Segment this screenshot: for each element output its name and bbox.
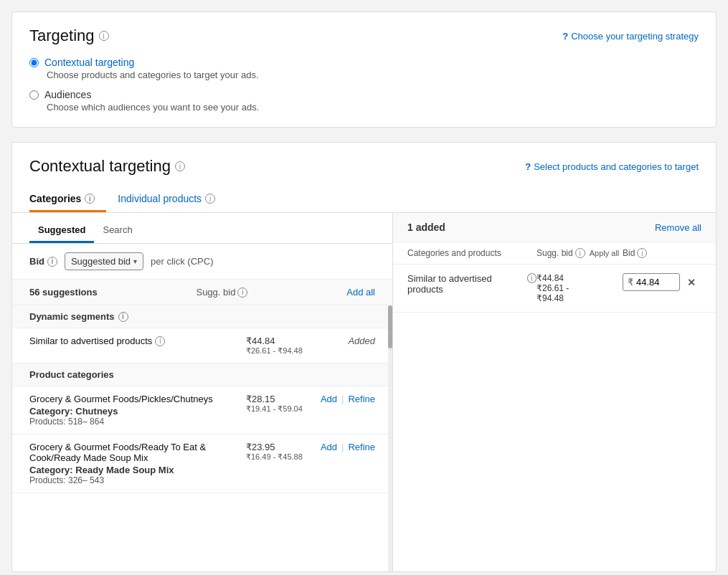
tab-individual-products[interactable]: Individual products i (118, 187, 227, 212)
right-item-name: Similar to advertised products i (407, 273, 536, 295)
bid-dropdown-label: Suggested bid (71, 256, 131, 267)
contextual-targeting-header: Contextual targeting i ? Select products… (12, 143, 716, 187)
suggestion-info-pickles: Grocery & Gourmet Foods/Pickles/Chutneys… (29, 394, 239, 427)
sub-tab-search-label: Search (103, 224, 132, 235)
sub-tab-suggested-label: Suggested (38, 224, 85, 235)
sugg-bid-col-text: Sugg. bid (536, 248, 573, 258)
sugg-bid-info-icon[interactable]: i (237, 288, 247, 298)
added-count-label: 1 added (407, 222, 445, 233)
audiences-radio[interactable] (29, 90, 39, 100)
remove-item-button[interactable]: ✕ (687, 277, 696, 288)
suggestion-similar-range-price: ₹26.61 - ₹94.48 (246, 346, 318, 356)
refine-soup-button[interactable]: Refine (348, 442, 375, 452)
bid-row: Bid i Suggested bid ▾ per click (CPC) (12, 244, 392, 280)
contextual-targeting-help-link[interactable]: ? Select products and categories to targ… (525, 161, 699, 172)
contextual-targeting-desc: Choose products and categories to target… (47, 70, 699, 80)
contextual-targeting-radio[interactable] (29, 58, 39, 67)
help-link-text: Choose your targeting strategy (571, 31, 699, 42)
audiences-label[interactable]: Audiences (29, 89, 699, 100)
suggestions-header: 56 suggestions Sugg. bid i Add all (12, 280, 392, 305)
right-item-sugg-range1: ₹26.61 - (536, 283, 623, 293)
add-all-button[interactable]: Add all (346, 287, 375, 298)
right-item-sugg-main: ₹44.84 (536, 273, 623, 283)
suggestion-pickles-main-price: ₹28.15 (246, 394, 318, 404)
targeting-help-link[interactable]: ? Choose your targeting strategy (562, 31, 699, 42)
suggestion-actions-pickles: Add | Refine (318, 394, 375, 404)
right-item-sugg-bid: ₹44.84 ₹26.61 - ₹94.48 (536, 273, 623, 303)
suggestion-name-similar: Similar to advertised products i (29, 336, 239, 346)
add-soup-button[interactable]: Add (321, 442, 337, 452)
suggestion-actions-similar: Added (318, 336, 375, 346)
col-bid-label: Bid i (623, 248, 701, 258)
suggestion-soup-range-price: ₹16.49 - ₹45.88 (246, 452, 318, 462)
targeting-title-info-icon[interactable]: i (99, 31, 109, 41)
targeting-radio-group: Contextual targeting Choose products and… (29, 57, 699, 113)
bid-info-icon[interactable]: i (47, 257, 57, 267)
suggestion-products-soup: Products: 326– 543 (29, 475, 239, 485)
tab-individual-products-info-icon[interactable]: i (205, 194, 215, 204)
right-panel-item: Similar to advertised products i ₹44.84 … (393, 265, 716, 313)
right-item-info-icon[interactable]: i (527, 273, 536, 283)
sugg-bid-col-info-icon[interactable]: i (575, 248, 585, 258)
scrollbar-thumb[interactable] (388, 305, 392, 348)
contextual-targeting-label[interactable]: Contextual targeting (29, 57, 699, 68)
product-categories-label: Product categories (29, 369, 114, 380)
refine-pickles-button[interactable]: Refine (348, 394, 375, 404)
add-pickles-button[interactable]: Add (321, 394, 337, 404)
bid-dropdown[interactable]: Suggested bid ▾ (65, 252, 143, 270)
audiences-radio-title: Audiences (44, 89, 91, 100)
contextual-targeting-option: Contextual targeting Choose products and… (29, 57, 699, 80)
suggestion-category-soup: Category: Ready Made Soup Mix (29, 465, 239, 475)
list-item: Similar to advertised products i ₹44.84 … (12, 328, 392, 363)
contextual-targeting-radio-title: Contextual targeting (44, 57, 134, 68)
right-panel-header: 1 added Remove all (393, 213, 716, 242)
contextual-targeting-title-text: Contextual targeting (29, 157, 171, 176)
bid-dropdown-chevron-icon: ▾ (133, 257, 137, 265)
suggestion-actions-soup: Add | Refine (318, 442, 375, 452)
list-item: Grocery & Gourmet Foods/Pickles/Chutneys… (12, 386, 392, 434)
added-badge: Added (348, 336, 375, 346)
bid-col-info-icon[interactable]: i (637, 248, 647, 258)
product-categories-header: Product categories (12, 363, 392, 386)
left-column: Suggested Search Bid i Suggested bid ▾ p… (12, 213, 393, 571)
bid-per-click-label: per click (CPC) (151, 256, 213, 267)
tab-categories-label: Categories (29, 193, 81, 204)
bid-label: Bid i (29, 256, 57, 267)
bid-label-text: Bid (29, 256, 44, 267)
right-item-name-text: Similar to advertised products (407, 273, 524, 295)
tab-categories-info-icon[interactable]: i (85, 194, 95, 204)
suggestion-name-pickles: Grocery & Gourmet Foods/Pickles/Chutneys (29, 394, 239, 404)
right-panel-table-header: Categories and products Sugg. bid i Appl… (393, 242, 716, 265)
sub-tab-suggested[interactable]: Suggested (29, 220, 94, 243)
suggestion-name-soup-text: Grocery & Gourmet Foods/Ready To Eat & C… (29, 442, 206, 463)
dynamic-segments-info-icon[interactable]: i (118, 312, 128, 322)
sugg-bid-label-text: Sugg. bid (196, 287, 235, 298)
targeting-title-text: Targeting (29, 27, 95, 45)
apply-all-label[interactable]: Apply all (590, 249, 620, 257)
scrollbar[interactable] (388, 305, 392, 571)
two-column-layout: Suggested Search Bid i Suggested bid ▾ p… (12, 213, 716, 571)
contextual-targeting-card: Contextual targeting i ? Select products… (11, 142, 717, 572)
suggestions-list: Dynamic segments i Similar to advertised… (12, 305, 392, 571)
contextual-targeting-title: Contextual targeting i (29, 157, 185, 176)
sub-tab-search[interactable]: Search (94, 220, 141, 243)
bid-currency-symbol: ₹ (628, 277, 633, 288)
dynamic-segments-header: Dynamic segments i (12, 305, 392, 328)
tab-categories[interactable]: Categories i (29, 187, 106, 212)
tab-individual-products-label: Individual products (118, 193, 202, 204)
contextual-targeting-info-icon[interactable]: i (175, 161, 185, 171)
bid-input-field[interactable] (636, 277, 668, 288)
suggestion-products-pickles: Products: 518– 864 (29, 417, 239, 427)
sugg-bid-column-label: Sugg. bid i (196, 287, 247, 298)
action-divider: | (341, 394, 344, 404)
contextual-help-question-icon: ? (525, 161, 531, 172)
list-item: Grocery & Gourmet Foods/Ready To Eat & C… (12, 434, 392, 493)
remove-all-button[interactable]: Remove all (655, 222, 701, 233)
suggestion-name-similar-text: Similar to advertised products (29, 336, 152, 346)
bid-input-wrap: ₹ (623, 273, 680, 291)
suggestion-similar-main-price: ₹44.84 (246, 336, 318, 346)
suggestion-soup-main-price: ₹23.95 (246, 442, 318, 452)
suggestion-name-pickles-text: Grocery & Gourmet Foods/Pickles/Chutneys (29, 394, 213, 404)
bid-col-text: Bid (623, 248, 635, 258)
suggestion-similar-info-icon[interactable]: i (155, 336, 165, 346)
